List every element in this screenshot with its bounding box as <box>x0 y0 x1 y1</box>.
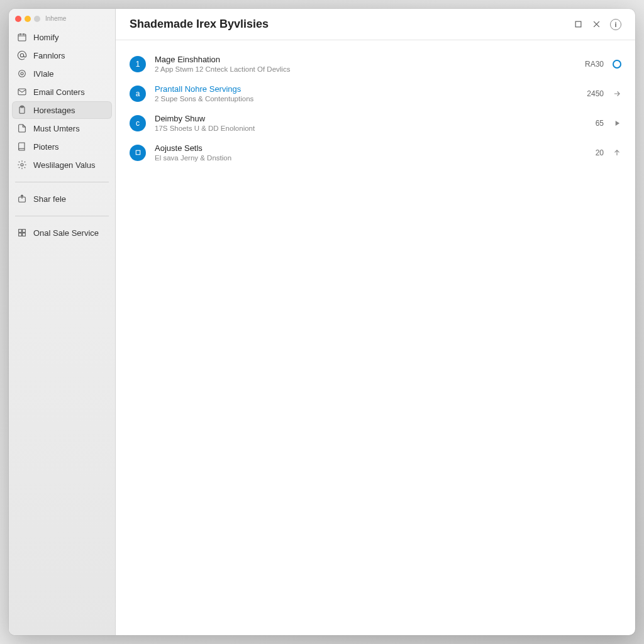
mail-icon <box>17 87 27 97</box>
gear-icon <box>17 160 27 170</box>
at-icon <box>17 50 27 60</box>
content-list: 1 Mage Einshhation 2 App Stwm 12 Cnteck … <box>116 40 635 176</box>
sidebar-item-ivlale[interactable]: IVlale <box>12 65 112 82</box>
item-avatar: c <box>130 115 146 131</box>
grid-icon <box>17 228 27 238</box>
sidebar-item-label: Horestages <box>33 106 75 115</box>
page-title: Shademade Irex Byvlisies <box>130 18 269 31</box>
sidebar-item-label: Pioters <box>33 142 58 152</box>
close-icon[interactable] <box>592 19 601 29</box>
svg-rect-10 <box>23 230 26 233</box>
sidebar-item-label: Homify <box>33 33 58 42</box>
main-panel: Shademade Irex Byvlisies i 1 Mage Einshh… <box>116 9 635 635</box>
item-title: Aojuste Setls <box>155 143 570 153</box>
item-meta: 2450 <box>579 89 604 98</box>
svg-point-7 <box>21 164 23 166</box>
item-text: Prantall Nohre Servings 2 Supe Sons & Co… <box>155 84 570 103</box>
minimize-window-button[interactable] <box>25 16 31 22</box>
sidebar-item-label: Fannlors <box>33 51 65 60</box>
sidebar-item-label: Must Umters <box>33 124 80 133</box>
item-title: Mage Einshhation <box>155 55 570 64</box>
sidebar-item-weslilagen-valus[interactable]: Weslilagen Valus <box>12 156 112 174</box>
header-actions: i <box>574 19 621 30</box>
sidebar-item-fannlors[interactable]: Fannlors <box>12 47 112 64</box>
app-label: Inheme <box>45 15 66 22</box>
zoom-window-button[interactable] <box>34 16 40 22</box>
item-title: Prantall Nohre Servings <box>155 84 570 94</box>
file-icon <box>17 123 27 133</box>
item-text: Aojuste Setls El sava Jerny & Dnstion <box>155 143 570 162</box>
maximize-icon[interactable] <box>574 19 583 29</box>
circle-icon <box>17 69 27 79</box>
sidebar-item-label: Onal Sale Service <box>33 228 99 238</box>
sidebar: Inheme Homify Fannlors IVlale Email Cont… <box>9 9 116 635</box>
item-subtitle: 17S Shoets U & DD Enoloniont <box>155 125 570 132</box>
item-avatar: a <box>130 86 146 102</box>
clipboard-icon <box>17 105 27 115</box>
svg-rect-0 <box>18 34 26 41</box>
item-meta: 20 <box>579 148 604 157</box>
sidebar-item-onal-sale-service[interactable]: Onal Sale Service <box>12 224 112 242</box>
item-avatar: 1 <box>130 56 146 72</box>
sidebar-item-label: Email Conters <box>33 87 85 97</box>
calendar-icon <box>17 32 27 42</box>
sidebar-item-homify[interactable]: Homify <box>12 28 112 46</box>
info-badge[interactable]: i <box>610 19 621 30</box>
svg-point-3 <box>21 72 23 75</box>
item-subtitle: El sava Jerny & Dnstion <box>155 154 570 162</box>
svg-point-2 <box>19 70 26 77</box>
item-avatar <box>130 145 146 161</box>
svg-rect-13 <box>575 21 581 27</box>
nav-divider <box>15 216 109 216</box>
sidebar-item-email-conters[interactable]: Email Conters <box>12 83 112 101</box>
sidebar-item-pioters[interactable]: Pioters <box>12 138 112 155</box>
item-meta: RA30 <box>579 60 604 69</box>
item-toggle[interactable] <box>613 60 621 69</box>
svg-rect-9 <box>19 230 22 233</box>
sidebar-item-label: IVlale <box>33 69 54 79</box>
sidebar-item-label: Weslilagen Valus <box>33 160 96 170</box>
play-icon[interactable] <box>613 119 621 128</box>
list-item[interactable]: c Deimby Shuw 17S Shoets U & DD Enolonio… <box>130 108 621 138</box>
sidebar-item-horestages[interactable]: Horestages <box>12 101 112 119</box>
nav-list-secondary: Shar fele <box>9 187 115 211</box>
item-subtitle: 2 App Stwm 12 Cnteck Lactiont Of Devlics <box>155 65 570 73</box>
traffic-lights: Inheme <box>9 13 115 26</box>
svg-rect-11 <box>19 233 22 236</box>
list-item[interactable]: 1 Mage Einshhation 2 App Stwm 12 Cnteck … <box>130 49 621 79</box>
item-subtitle: 2 Supe Sons & Contentuptions <box>155 95 570 103</box>
nav-list-tertiary: Onal Sale Service <box>9 221 115 245</box>
list-item[interactable]: Aojuste Setls El sava Jerny & Dnstion 20 <box>130 138 621 167</box>
svg-rect-12 <box>23 233 26 236</box>
book-icon <box>17 142 27 152</box>
nav-list-primary: Homify Fannlors IVlale Email Conters Hor… <box>9 26 115 177</box>
item-text: Deimby Shuw 17S Shoets U & DD Enoloniont <box>155 114 570 132</box>
sidebar-item-must-umters[interactable]: Must Umters <box>12 119 112 137</box>
nav-divider <box>15 182 109 182</box>
arrow-up-icon[interactable] <box>613 148 621 157</box>
svg-rect-4 <box>18 89 26 94</box>
list-item[interactable]: a Prantall Nohre Servings 2 Supe Sons & … <box>130 79 621 108</box>
sidebar-item-shar-fele[interactable]: Shar fele <box>12 190 112 208</box>
svg-point-1 <box>20 53 23 57</box>
header: Shademade Irex Byvlisies i <box>116 9 635 40</box>
sidebar-item-label: Shar fele <box>33 194 66 204</box>
toggle-icon <box>613 60 621 69</box>
arrow-right-icon[interactable] <box>613 89 621 98</box>
item-meta: 65 <box>579 119 604 128</box>
svg-rect-14 <box>136 150 140 155</box>
app-window: Inheme Homify Fannlors IVlale Email Cont… <box>9 9 635 635</box>
item-title: Deimby Shuw <box>155 114 570 123</box>
close-window-button[interactable] <box>15 16 21 22</box>
share-icon <box>17 194 27 204</box>
item-text: Mage Einshhation 2 App Stwm 12 Cnteck La… <box>155 55 570 73</box>
